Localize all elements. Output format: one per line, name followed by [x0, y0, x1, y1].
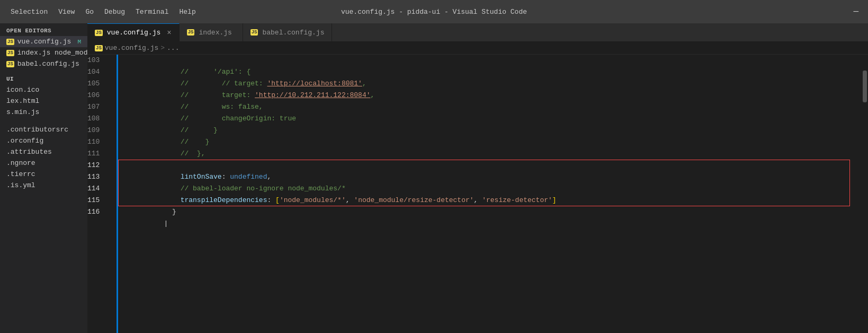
line-numbers: 103 104 105 106 107 108 109 110 111 112 … — [87, 55, 117, 333]
sidebar-item-index-label: index.js node_mod... — [17, 49, 87, 57]
tab-vue-config[interactable]: JS vue.config.js × — [87, 23, 180, 41]
menu-bar: Selection View Go Debug Terminal Help — [5, 6, 201, 18]
sidebar-item-attributes[interactable]: .attributes — [0, 146, 87, 157]
tab-babel[interactable]: JS babel.config.js — [243, 23, 333, 41]
menu-terminal[interactable]: Terminal — [130, 6, 174, 18]
code-line-110: // }, — [122, 136, 861, 148]
menu-selection[interactable]: Selection — [5, 6, 53, 18]
js-icon-vue: JS — [6, 39, 14, 45]
code-line-103: // '/api': { — [122, 55, 861, 66]
code-line-111 — [122, 148, 861, 160]
sidebar-item-icon-label: icon.ico — [6, 86, 39, 94]
tab-index[interactable]: JS index.js — [180, 23, 243, 41]
sidebar-item-isyml[interactable]: .is.yml — [0, 180, 87, 191]
other-files-group: .contributorsrc .orconfig .attributes .n… — [0, 124, 87, 191]
breadcrumb-filename: vue.config.js — [105, 44, 158, 52]
scrollbar-thumb[interactable] — [863, 71, 867, 102]
sidebar-item-babel-label: babel.config.js — [17, 60, 79, 68]
main-layout: OPEN EDITORS JS vue.config.js M JS index… — [0, 23, 868, 333]
minimize-button[interactable]: — — [849, 5, 863, 19]
code-line-112: lintOnSave: undefined, — [122, 160, 861, 171]
tabs-bar: JS vue.config.js × JS index.js JS babel.… — [87, 23, 868, 42]
tab-vue-config-label: vue.config.js — [107, 29, 160, 37]
code-line-109: // } — [122, 125, 861, 136]
breadcrumb-icon: JS — [95, 45, 103, 51]
sidebar-item-smin-label: s.min.js — [6, 108, 39, 116]
sidebar-item-lex[interactable]: lex.html — [0, 95, 87, 107]
menu-go[interactable]: Go — [80, 6, 99, 18]
menu-debug[interactable]: Debug — [99, 6, 130, 18]
folder-label: UI — [0, 74, 87, 84]
menu-view[interactable]: View — [53, 6, 80, 18]
window-title: vue.config.js - pidda-ui - Visual Studio… — [341, 8, 527, 16]
sidebar-item-icon[interactable]: icon.ico — [0, 84, 87, 95]
breadcrumb: JS vue.config.js > ... — [87, 42, 868, 55]
sidebar-item-tierrc[interactable]: .tierrc — [0, 169, 87, 180]
sidebar-item-ngnore[interactable]: .ngnore — [0, 157, 87, 169]
explorer-label: OPEN EDITORS — [0, 23, 87, 36]
sidebar-item-vue-config[interactable]: JS vue.config.js M — [0, 36, 87, 47]
sidebar-item-orconfig[interactable]: .orconfig — [0, 135, 87, 146]
breadcrumb-separator: > — [160, 44, 165, 52]
breadcrumb-ellipsis: ... — [167, 44, 179, 52]
code-line-116[interactable]: | — [122, 206, 861, 218]
tab-index-icon: JS — [187, 29, 195, 36]
sidebar-item-smin[interactable]: s.min.js — [0, 107, 87, 118]
sidebar-item-vue-config-label: vue.config.js — [17, 38, 71, 46]
sidebar: OPEN EDITORS JS vue.config.js M JS index… — [0, 23, 87, 333]
js-icon-babel: JS — [6, 61, 14, 67]
sidebar-item-index[interactable]: JS index.js node_mod... — [0, 47, 87, 58]
js-icon-index: JS — [6, 50, 14, 56]
sidebar-item-babel[interactable]: JS babel.config.js — [0, 58, 87, 69]
tab-index-label: index.js — [199, 29, 231, 37]
code-content[interactable]: // '/api': { // // target: 'http://local… — [118, 55, 861, 333]
sidebar-item-lex-label: lex.html — [6, 97, 39, 105]
tab-vue-config-close[interactable]: × — [167, 29, 171, 37]
menu-help[interactable]: Help — [174, 6, 201, 18]
tab-babel-icon: JS — [250, 29, 258, 36]
scrollbar-track[interactable] — [861, 55, 868, 333]
tab-vue-config-icon: JS — [95, 30, 103, 36]
editor-area: JS vue.config.js × JS index.js JS babel.… — [87, 23, 868, 333]
sidebar-item-vue-config-badge: M — [77, 39, 81, 45]
title-bar: Selection View Go Debug Terminal Help vu… — [0, 0, 868, 23]
tab-babel-label: babel.config.js — [262, 29, 324, 37]
sidebar-item-contributors[interactable]: .contributorsrc — [0, 124, 87, 135]
folder-group: UI icon.ico lex.html s.min.js — [0, 74, 87, 118]
editor-content[interactable]: 103 104 105 106 107 108 109 110 111 112 … — [87, 55, 868, 333]
